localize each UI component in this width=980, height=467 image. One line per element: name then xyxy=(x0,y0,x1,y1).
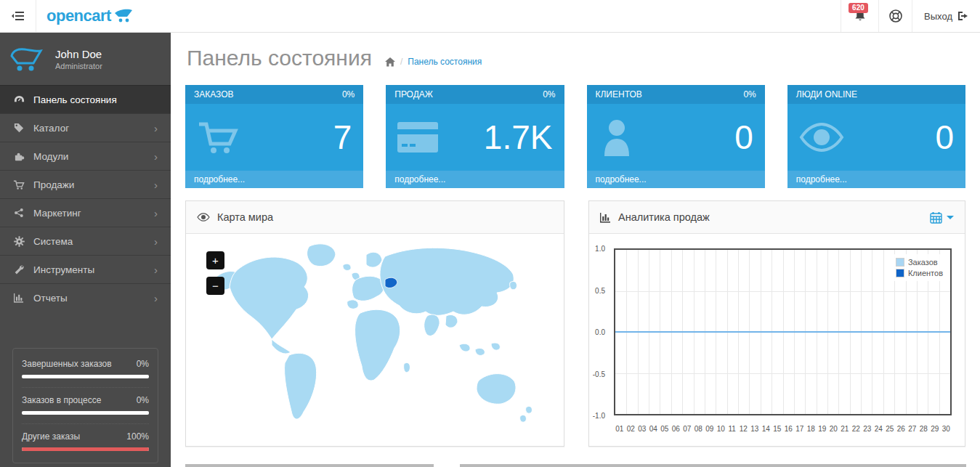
sidebar: John Doe Administrator Панель состояния … xyxy=(0,33,171,467)
progress-bar xyxy=(22,447,149,451)
sidebar-item-tools[interactable]: Инструменты › xyxy=(0,255,171,283)
stat-value: 0% xyxy=(137,395,149,405)
opencart-logo-icon xyxy=(9,46,46,72)
chevron-right-icon: › xyxy=(154,292,158,304)
tile-label: ЛЮДИ ONLINE xyxy=(796,89,857,100)
tile-label: КЛИЕНТОВ xyxy=(596,89,642,100)
sidebar-item-catalog[interactable]: Каталог › xyxy=(0,113,171,142)
breadcrumb-link-dashboard[interactable]: Панель состояния xyxy=(408,57,482,67)
brand-logo[interactable]: opencart xyxy=(36,0,143,32)
support-button[interactable] xyxy=(878,0,912,32)
x-tick-label: 04 xyxy=(648,425,660,433)
x-tick-label: 12 xyxy=(738,425,750,433)
home-icon[interactable] xyxy=(385,57,395,67)
x-tick-label: 20 xyxy=(828,425,840,433)
map-zoom-out-button[interactable]: − xyxy=(206,277,224,295)
sidebar-item-label: Маркетинг xyxy=(33,208,145,219)
menu-toggle-button[interactable] xyxy=(0,0,36,32)
top-bar: opencart 620 Выход xyxy=(0,0,980,33)
sales-analytics-panel: Аналитика продаж 1.00.50.0-0.5-1.0 xyxy=(588,200,965,447)
share-icon xyxy=(13,208,25,218)
x-tick-label: 15 xyxy=(772,425,783,433)
life-ring-icon xyxy=(888,9,903,23)
chevron-right-icon: › xyxy=(154,207,158,219)
map-zoom-controls: + − xyxy=(206,251,224,295)
tile-more-link[interactable]: подробнее... xyxy=(587,171,765,188)
tile-percent: 0% xyxy=(743,89,756,100)
next-panel-edge-left xyxy=(185,464,434,467)
map-zoom-in-button[interactable]: + xyxy=(206,251,224,269)
tile-more-link[interactable]: подробнее... xyxy=(386,171,564,188)
sales-analytics-heading: Аналитика продаж xyxy=(589,201,965,234)
stat-label: Завершенных заказов xyxy=(22,359,112,369)
topbar-spacer xyxy=(143,0,841,32)
tile-customers: КЛИЕНТОВ 0% 0 подробнее... xyxy=(587,85,765,188)
sidebar-item-sales[interactable]: Продажи › xyxy=(0,170,171,198)
x-tick-label: 27 xyxy=(907,425,918,433)
notifications-button[interactable]: 620 xyxy=(841,0,878,32)
y-tick-label: 0.0 xyxy=(595,328,605,336)
sidebar-item-system[interactable]: Система › xyxy=(0,227,171,255)
x-tick-label: 05 xyxy=(659,425,671,433)
chevron-right-icon: › xyxy=(154,264,158,276)
x-tick-label: 13 xyxy=(749,425,761,433)
date-range-button[interactable] xyxy=(930,211,954,224)
caret-down-icon xyxy=(947,216,954,219)
tile-more-link[interactable]: подробнее... xyxy=(787,171,965,188)
chevron-right-icon: › xyxy=(154,150,158,163)
logout-button[interactable]: Выход xyxy=(912,0,980,32)
logout-label: Выход xyxy=(924,11,952,22)
sidebar-item-dashboard[interactable]: Панель состояния xyxy=(0,85,171,113)
tile-value: 7 xyxy=(333,118,352,157)
chart-y-axis: 1.00.50.0-0.5-1.0 xyxy=(589,248,611,415)
stat-value: 100% xyxy=(126,431,149,442)
sidebar-item-modules[interactable]: Модули › xyxy=(0,142,171,170)
y-tick-label: -1.0 xyxy=(593,412,605,420)
x-tick-label: 16 xyxy=(783,425,795,433)
x-tick-label: 09 xyxy=(704,425,716,433)
breadcrumb-separator: / xyxy=(400,57,402,67)
panels-row: Карта мира + − xyxy=(185,200,965,447)
x-tick-label: 03 xyxy=(636,425,648,433)
sidebar-item-label: Инструменты xyxy=(33,264,145,275)
stat-processing-orders: Заказов в процессе 0% xyxy=(22,387,149,423)
wrench-icon xyxy=(13,264,25,275)
legend-entry: Клиентов xyxy=(896,269,943,277)
legend-swatch-icon xyxy=(896,269,904,277)
x-tick-label: 23 xyxy=(862,425,873,433)
x-tick-label: 25 xyxy=(884,425,896,433)
y-tick-label: -0.5 xyxy=(593,370,605,378)
progress-bar xyxy=(22,375,149,378)
legend-label: Заказов xyxy=(908,258,938,267)
brand-text: opencart xyxy=(46,7,111,25)
x-tick-label: 02 xyxy=(625,425,637,433)
y-tick-label: 0.5 xyxy=(595,286,605,294)
x-tick-label: 26 xyxy=(896,425,907,433)
sidebar-item-label: Модули xyxy=(33,151,145,162)
chevron-right-icon: › xyxy=(154,122,158,134)
x-tick-label: 10 xyxy=(716,425,727,433)
sidebar-item-label: Система xyxy=(33,236,145,247)
calendar-icon xyxy=(930,211,942,224)
x-tick-label: 19 xyxy=(817,425,828,433)
panel-title: Карта мира xyxy=(217,211,553,223)
tile-more-link[interactable]: подробнее... xyxy=(185,171,363,188)
stat-value: 0% xyxy=(137,359,149,369)
chevron-right-icon: › xyxy=(154,235,158,248)
y-tick-label: 1.0 xyxy=(595,245,605,253)
stat-other-orders: Другие заказы 100% xyxy=(22,423,149,460)
tile-percent: 0% xyxy=(342,89,355,100)
x-tick-label: 17 xyxy=(794,425,806,433)
chart-plot: ЗаказовКлиентов xyxy=(614,248,952,415)
sidebar-item-marketing[interactable]: Маркетинг › xyxy=(0,198,171,227)
sidebar-item-reports[interactable]: Отчеты › xyxy=(0,283,171,312)
x-tick-label: 11 xyxy=(726,425,738,433)
page-header: Панель состояния / Панель состояния xyxy=(185,33,965,85)
grid-hline xyxy=(615,291,950,292)
legend-label: Клиентов xyxy=(908,269,943,277)
x-tick-label: 08 xyxy=(693,425,705,433)
world-map[interactable] xyxy=(186,234,564,446)
notifications-badge: 620 xyxy=(849,3,868,13)
x-tick-label: 24 xyxy=(873,425,885,433)
user-icon xyxy=(599,118,635,156)
